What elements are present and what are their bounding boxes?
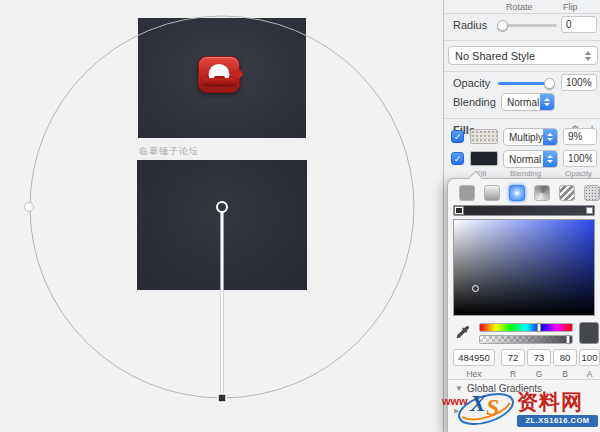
divider [444,71,600,72]
fill2-enabled-checkbox[interactable]: ✓ [451,152,464,165]
gradient-width-handle[interactable] [25,203,34,212]
gradient-stops-bar[interactable] [453,205,595,216]
fill-type-noise-icon[interactable] [584,185,600,201]
blending-column-label: Blending [510,169,541,178]
blending-value: Normal [502,97,540,108]
gradient-stop-start[interactable] [455,207,463,214]
fill-type-pattern-icon[interactable] [559,185,575,201]
watermark-logo: www X S 资料网 ZL.XS1616.COM [440,386,600,432]
rotate-label: Rotate [506,2,533,12]
blending-select[interactable]: Normal [501,93,555,111]
watermark-domain: ZL.XS1616.COM [517,415,598,427]
updown-chevrons-icon [585,51,591,61]
opacity-column-label: Opacity [565,169,592,178]
divider [444,118,600,119]
gradient-edge-handle[interactable] [218,394,226,402]
watermark-s-letter: S [486,394,499,421]
opacity-label: Opacity [453,77,490,89]
stepper-icon[interactable] [540,94,554,110]
watermark-title: 资料网 [517,388,583,416]
blue-label: B [553,369,577,379]
alpha-input[interactable] [579,349,600,366]
green-label: G [527,369,551,379]
red-input[interactable] [501,349,525,366]
radius-slider-knob[interactable] [497,20,508,31]
flip-label: Flip [563,2,578,12]
blue-input[interactable] [553,349,577,366]
opacity-value-field[interactable] [561,74,597,91]
fill2-blend-value: Normal [504,154,543,165]
blending-label: Blending [453,96,496,108]
fill1-blend-select[interactable]: Multiply [503,128,558,146]
stepper-icon[interactable] [543,129,557,145]
design-canvas[interactable]: 临摹锤子论坛 [0,0,443,432]
hue-slider[interactable] [479,323,573,332]
red-label: R [501,369,525,379]
shared-style-value: No Shared Style [455,50,535,62]
alpha-label: A [579,369,600,379]
gradient-edit-overlay [0,0,443,432]
divider [444,13,600,14]
fill1-blend-value: Multiply [504,132,543,143]
divider [444,40,600,41]
hex-input[interactable] [453,349,495,366]
hex-label: Hex [453,369,495,379]
radius-slider[interactable] [501,24,557,27]
color-picker-cursor[interactable] [472,285,479,292]
opacity-slider-fill [498,82,550,85]
gradient-center-handle[interactable] [217,202,227,212]
fill1-swatch[interactable] [470,129,498,144]
fill1-opacity-field[interactable] [563,128,597,145]
eyedropper-icon[interactable] [454,322,472,344]
gradient-stop-end[interactable] [586,207,593,214]
opacity-slider-knob[interactable] [544,78,555,89]
stepper-icon[interactable] [543,151,557,167]
green-input[interactable] [527,349,551,366]
fill1-enabled-checkbox[interactable]: ✓ [451,130,464,143]
alpha-slider-marker[interactable] [566,335,570,344]
radius-value-field[interactable] [561,16,597,33]
current-color-swatch[interactable] [579,322,599,344]
fill-type-solid-icon[interactable] [459,185,475,201]
divider [448,379,600,380]
watermark-x-letter: X [470,390,486,417]
hue-slider-marker[interactable] [537,323,541,332]
fill-type-angular-gradient-icon[interactable] [534,185,550,201]
fill2-blend-select[interactable]: Normal [503,150,558,168]
alpha-slider[interactable] [479,335,573,344]
fill2-opacity-field[interactable] [563,150,597,167]
radius-label: Radius [453,19,487,31]
fill2-swatch[interactable] [470,151,498,166]
fill-type-radial-gradient-icon[interactable] [509,185,525,201]
shared-style-select[interactable]: No Shared Style [448,46,598,65]
fill-type-linear-gradient-icon[interactable] [484,185,500,201]
saturation-brightness-field[interactable] [453,219,595,316]
